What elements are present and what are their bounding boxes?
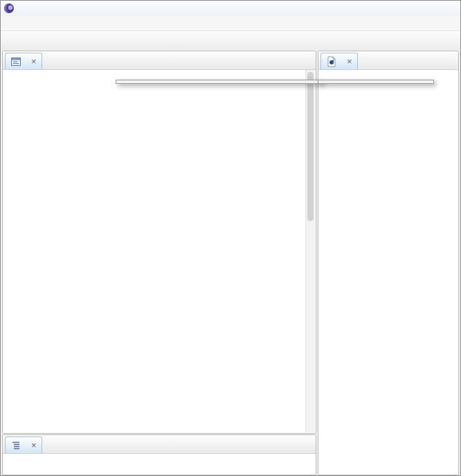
- eclipse-window: × ×: [0, 0, 461, 476]
- title-bar: [1, 1, 460, 16]
- menu-bar: [1, 16, 460, 31]
- main-toolbar: [1, 31, 460, 51]
- tab-core-event[interactable]: ×: [320, 53, 358, 69]
- script-explorer-icon: [10, 56, 21, 67]
- explorer-header: ×: [3, 51, 316, 70]
- tab-outline[interactable]: ×: [5, 437, 42, 453]
- context-menu: [116, 80, 322, 84]
- eclipse-logo-icon: [3, 3, 15, 14]
- project-tree: [3, 70, 306, 433]
- explorer-scrollbar[interactable]: [305, 70, 315, 432]
- outline-view: ×: [2, 434, 316, 475]
- explorer-header-buttons: [313, 67, 316, 69]
- scrollbar-thumb[interactable]: [307, 72, 314, 221]
- editor-header: ×: [318, 51, 458, 70]
- code-area[interactable]: [318, 70, 458, 475]
- tab-script-explorer[interactable]: ×: [5, 53, 42, 69]
- close-icon[interactable]: ×: [31, 442, 37, 449]
- close-icon[interactable]: ×: [347, 58, 352, 65]
- editor-view: ×: [318, 51, 459, 475]
- script-explorer-view: ×: [2, 51, 316, 434]
- workbench: × ×: [1, 50, 460, 475]
- lua-file-icon: [326, 56, 337, 67]
- editor-header-buttons: [455, 67, 458, 69]
- outline-header: ×: [3, 435, 316, 454]
- outline-icon: [10, 440, 21, 451]
- close-icon[interactable]: ×: [31, 58, 37, 65]
- new-submenu: [318, 80, 434, 84]
